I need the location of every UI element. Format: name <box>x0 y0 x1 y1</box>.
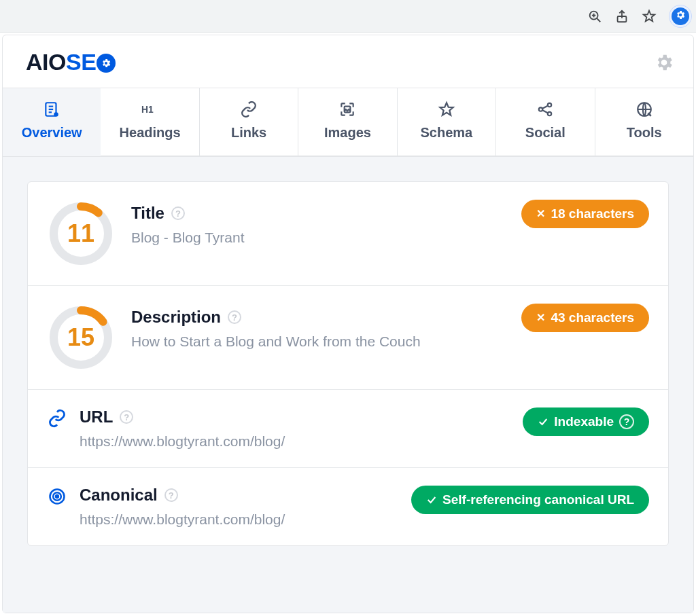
title-value: Blog - Blog Tyrant <box>131 230 505 246</box>
help-icon[interactable]: ? <box>164 488 178 502</box>
share-icon <box>536 101 554 118</box>
url-badge: Indexable ? <box>523 407 649 436</box>
description-badge-text: 43 characters <box>551 310 634 325</box>
title-row: 11 Title ? Blog - Blog Tyrant ✕ 18 chara… <box>28 182 668 286</box>
tab-images[interactable]: Images <box>298 88 397 156</box>
svg-text:H1: H1 <box>141 104 154 115</box>
tab-label: Schema <box>421 125 473 141</box>
description-score: 15 <box>47 304 115 372</box>
description-badge: ✕ 43 characters <box>521 304 649 332</box>
svg-marker-5 <box>644 10 655 21</box>
browser-chrome <box>0 0 696 33</box>
description-label: Description <box>131 308 221 327</box>
aioseo-logo: AIOSE <box>26 49 116 75</box>
tab-schema[interactable]: Schema <box>398 88 496 156</box>
canonical-label: Canonical <box>80 486 158 505</box>
url-badge-text: Indexable <box>554 414 614 429</box>
description-score-gauge: 15 <box>47 304 115 372</box>
tab-links[interactable]: Links <box>200 88 298 156</box>
help-icon[interactable]: ? <box>619 414 634 429</box>
tab-overview[interactable]: Overview <box>3 88 101 156</box>
share-icon[interactable] <box>614 9 629 24</box>
bookmark-star-icon[interactable] <box>642 9 657 24</box>
tab-label: Images <box>324 125 371 141</box>
panel-header: AIOSE <box>3 35 693 88</box>
svg-line-1 <box>597 18 600 22</box>
canonical-badge: Self-referencing canonical URL <box>411 486 649 514</box>
settings-icon[interactable] <box>654 52 674 73</box>
title-score-gauge: 11 <box>47 200 115 268</box>
target-icon <box>47 486 67 506</box>
check-icon <box>426 494 437 505</box>
overview-icon <box>43 101 60 118</box>
svg-line-18 <box>542 110 549 113</box>
check-icon <box>538 416 549 427</box>
link-icon <box>47 407 67 428</box>
tab-label: Overview <box>22 125 82 141</box>
title-badge-text: 18 characters <box>551 206 634 221</box>
zoom-icon[interactable] <box>587 9 602 24</box>
canonical-badge-text: Self-referencing canonical URL <box>442 492 634 507</box>
svg-marker-13 <box>440 103 453 115</box>
headings-icon: H1 <box>141 101 159 118</box>
logo-gear-o-icon <box>97 54 116 73</box>
tab-tools[interactable]: Tools <box>595 88 693 156</box>
tab-label: Tools <box>627 125 662 141</box>
svg-point-10 <box>54 112 58 117</box>
overview-content: 11 Title ? Blog - Blog Tyrant ✕ 18 chara… <box>3 157 693 613</box>
description-row: 15 Description ? How to Start a Blog and… <box>28 286 668 390</box>
logo-se: SE <box>66 49 96 75</box>
tab-label: Links <box>231 125 266 141</box>
url-row: URL ? https://www.blogtyrant.com/blog/ I… <box>28 390 668 468</box>
title-badge: ✕ 18 characters <box>521 200 649 228</box>
tab-label: Headings <box>120 125 181 141</box>
help-icon[interactable]: ? <box>171 206 185 220</box>
svg-line-17 <box>542 106 549 109</box>
help-icon[interactable]: ? <box>120 410 133 424</box>
schema-icon <box>438 101 455 118</box>
tab-bar: Overview H1 Headings Links Images Schema… <box>3 88 693 157</box>
title-label: Title <box>131 204 164 223</box>
canonical-value: https://www.blogtyrant.com/blog/ <box>80 511 399 528</box>
help-icon[interactable]: ? <box>228 310 241 324</box>
tab-label: Social <box>525 125 566 141</box>
image-icon <box>338 101 356 118</box>
extension-icon[interactable] <box>669 5 692 28</box>
title-score: 11 <box>47 200 115 268</box>
tab-social[interactable]: Social <box>496 88 595 156</box>
canonical-row: Canonical ? https://www.blogtyrant.com/b… <box>28 468 668 545</box>
close-icon: ✕ <box>536 209 545 219</box>
close-icon: ✕ <box>536 312 545 323</box>
link-icon <box>240 101 258 118</box>
overview-card: 11 Title ? Blog - Blog Tyrant ✕ 18 chara… <box>27 181 669 546</box>
svg-point-26 <box>56 495 58 498</box>
tab-headings[interactable]: H1 Headings <box>101 88 199 156</box>
aioseo-panel: AIOSE Overview H1 Headings Links Images … <box>2 35 694 613</box>
globe-icon <box>636 101 653 118</box>
description-value: How to Start a Blog and Work from the Co… <box>131 333 505 350</box>
url-value: https://www.blogtyrant.com/blog/ <box>80 433 510 450</box>
url-label: URL <box>80 407 113 427</box>
logo-aio: AIO <box>26 49 66 75</box>
